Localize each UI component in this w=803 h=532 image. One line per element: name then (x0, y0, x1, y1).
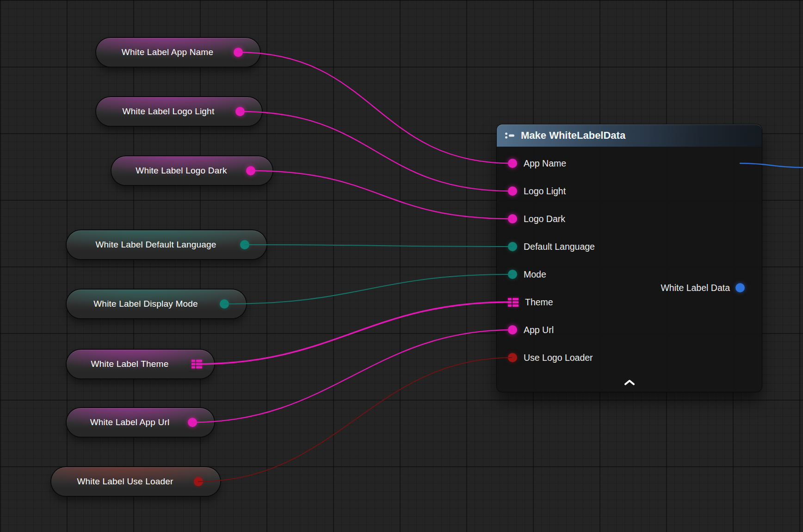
input-pin[interactable] (508, 242, 517, 251)
output-pin[interactable] (220, 299, 229, 309)
node-white-label-logo-light[interactable]: White Label Logo Light (96, 97, 262, 126)
node-white-label-app-name[interactable]: White Label App Name (96, 38, 260, 67)
node-label: White Label Display Mode (93, 299, 198, 309)
node-white-label-display-mode[interactable]: White Label Display Mode (67, 290, 246, 318)
node-label: White Label Theme (91, 359, 169, 369)
node-white-label-use-loader[interactable]: White Label Use Loader (51, 467, 220, 496)
input-row-logo-dark: Logo Dark (497, 205, 762, 233)
output-pin[interactable] (235, 107, 245, 116)
node-make-whitelabeldata[interactable]: Make WhiteLabelData App Name Logo Light … (497, 124, 762, 392)
node-label: White Label Logo Dark (136, 166, 227, 176)
node-white-label-default-language[interactable]: White Label Default Language (67, 230, 266, 259)
pin-label: Logo Light (524, 186, 566, 197)
output-row-white-label-data: White Label Data (661, 274, 762, 302)
node-label: White Label Default Language (95, 240, 216, 250)
input-pin[interactable] (508, 325, 517, 334)
pin-label: Mode (524, 269, 546, 280)
node-label: White Label App Url (90, 417, 170, 427)
wire[interactable] (245, 245, 512, 247)
node-label: White Label App Name (122, 47, 213, 57)
wire[interactable] (224, 274, 512, 304)
struct-input-pin[interactable] (508, 298, 519, 307)
input-pin[interactable] (508, 353, 517, 362)
make-struct-icon (504, 131, 515, 140)
wire[interactable] (251, 171, 512, 219)
input-row-logo-light: Logo Light (497, 177, 762, 205)
wire[interactable] (240, 111, 512, 191)
output-pin[interactable] (234, 48, 243, 57)
pin-label: Default Language (524, 241, 595, 252)
output-pin[interactable] (735, 283, 745, 292)
collapse-chevron[interactable] (619, 376, 640, 388)
output-pin[interactable] (194, 477, 203, 486)
node-white-label-app-url[interactable]: White Label App Url (67, 408, 214, 437)
input-pin[interactable] (508, 214, 517, 223)
input-row-default-language: Default Language (497, 233, 762, 260)
wire[interactable] (198, 358, 512, 482)
node-white-label-logo-dark[interactable]: White Label Logo Dark (111, 156, 272, 185)
pin-label: App Name (524, 158, 566, 169)
node-label: White Label Logo Light (123, 106, 215, 117)
node-title: Make WhiteLabelData (521, 130, 625, 142)
pin-label: Logo Dark (524, 214, 565, 224)
input-pin-list: App Name Logo Light Logo Dark Default La… (497, 147, 762, 371)
node-white-label-theme[interactable]: White Label Theme (67, 350, 214, 378)
input-row-app-name: App Name (497, 149, 762, 177)
struct-output-pin[interactable] (191, 360, 202, 369)
output-pin[interactable] (246, 166, 255, 175)
wire[interactable] (192, 330, 512, 422)
input-row-app-url: App Url (497, 316, 762, 344)
input-pin[interactable] (508, 186, 517, 196)
input-pin[interactable] (508, 270, 517, 279)
node-header[interactable]: Make WhiteLabelData (497, 124, 762, 147)
pin-label: Use Logo Loader (524, 353, 593, 363)
chevron-up-icon (624, 379, 635, 385)
output-pin[interactable] (240, 240, 249, 249)
input-row-use-logo-loader: Use Logo Loader (497, 344, 762, 371)
pin-label: White Label Data (661, 283, 730, 293)
input-pin[interactable] (508, 159, 517, 168)
output-pin[interactable] (188, 418, 197, 427)
node-label: White Label Use Loader (77, 476, 173, 487)
graph-canvas[interactable]: White Label App Name White Label Logo Li… (0, 0, 803, 532)
wire[interactable] (238, 52, 512, 163)
pin-label: Theme (525, 297, 553, 308)
pin-label: App Url (524, 325, 554, 335)
